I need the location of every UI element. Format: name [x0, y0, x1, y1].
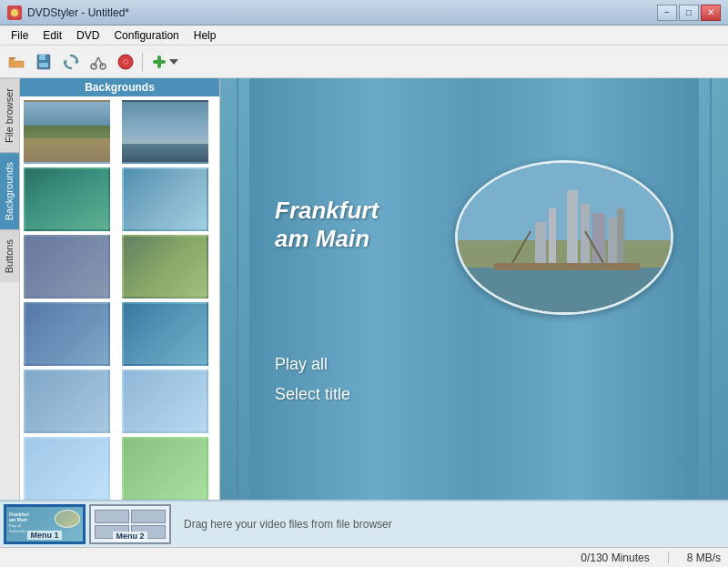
thumbnail-11[interactable] — [24, 437, 110, 500]
backgrounds-panel: Backgrounds — [20, 78, 220, 500]
thumbnail-7[interactable] — [24, 302, 110, 366]
strip-left-1 — [220, 78, 237, 500]
thumbnail-10[interactable] — [122, 370, 208, 433]
menu-configuration[interactable]: Configuration — [106, 27, 186, 44]
preview-title-line1: Frankfurt — [275, 197, 379, 225]
menu-1-label: Menu 1 — [27, 531, 61, 540]
refresh-button[interactable] — [58, 49, 84, 75]
svg-rect-23 — [592, 213, 605, 268]
close-button[interactable]: ✕ — [701, 5, 721, 21]
app-icon — [7, 5, 22, 20]
svg-rect-3 — [39, 55, 46, 60]
menu-thumb-1[interactable]: Frankfurtam Main Play allSelect title Me… — [4, 504, 86, 544]
menu-bar: File Edit DVD Configuration Help — [0, 25, 728, 46]
thumbnail-3[interactable] — [24, 167, 110, 231]
oval-inner — [458, 163, 671, 312]
strip-right-2 — [699, 78, 710, 500]
menu-edit[interactable]: Edit — [35, 27, 69, 44]
minimize-button[interactable]: − — [657, 5, 677, 21]
play-all-item[interactable]: Play all — [275, 349, 350, 379]
bottom-panel: Frankfurtam Main Play allSelect title Me… — [0, 500, 728, 547]
status-bar: 0/130 Minutes 8 MB/s — [0, 547, 728, 567]
svg-rect-25 — [549, 208, 556, 268]
svg-rect-24 — [608, 218, 617, 268]
maximize-button[interactable]: □ — [679, 5, 699, 21]
panel-header: Backgrounds — [20, 78, 219, 96]
drag-hint: Drag here your video files from file bro… — [184, 518, 392, 531]
menu-2-label: Menu 2 — [113, 532, 147, 541]
side-tabs: File browser Backgrounds Buttons — [0, 78, 20, 500]
toolbar-separator — [142, 53, 143, 71]
tab-file-browser[interactable]: File browser — [0, 78, 19, 152]
menu-2-cell-1 — [95, 510, 129, 523]
svg-rect-28 — [494, 263, 640, 270]
svg-rect-4 — [39, 63, 48, 67]
thumbnail-12[interactable] — [122, 437, 208, 500]
select-title-item[interactable]: Select title — [275, 380, 350, 409]
thumbnail-8[interactable] — [122, 302, 208, 366]
preview-title-line2: am Main — [275, 225, 379, 253]
preview-menu-items: Play all Select title — [275, 349, 350, 409]
thumbnail-9[interactable] — [24, 370, 110, 433]
thumbnail-2[interactable] — [122, 100, 208, 164]
preview-oval-photo — [455, 160, 673, 315]
svg-rect-26 — [535, 222, 546, 268]
svg-point-13 — [125, 61, 126, 63]
title-bar: DVDStyler - Untitled* − □ ✕ — [0, 0, 728, 25]
cut-button[interactable] — [86, 49, 111, 75]
preview-title: Frankfurt am Main — [275, 197, 379, 253]
svg-point-0 — [11, 9, 18, 16]
svg-rect-1 — [9, 57, 15, 59]
status-separator — [668, 552, 669, 564]
strip-right-1 — [712, 78, 728, 500]
size-status: 8 MB/s — [687, 552, 721, 564]
tab-buttons[interactable]: Buttons — [0, 229, 19, 282]
menu-help[interactable]: Help — [187, 27, 224, 44]
menu-file[interactable]: File — [4, 27, 35, 44]
menu-2-cell-2 — [131, 510, 166, 523]
svg-marker-16 — [169, 59, 178, 65]
open-button[interactable] — [4, 49, 29, 75]
thumbnail-1[interactable] — [24, 100, 110, 164]
menu-dvd[interactable]: DVD — [69, 27, 106, 44]
strip-left-2 — [238, 78, 249, 500]
svg-rect-27 — [617, 208, 624, 268]
svg-rect-20 — [458, 268, 673, 315]
panel-content[interactable] — [20, 96, 219, 500]
svg-rect-21 — [567, 190, 578, 268]
main-layout: File browser Backgrounds Buttons Backgro… — [0, 78, 728, 500]
window-controls: − □ ✕ — [657, 5, 721, 21]
thumbnail-4[interactable] — [122, 167, 208, 231]
svg-rect-15 — [153, 60, 166, 64]
menu-thumb-2[interactable]: Menu 2 — [89, 504, 171, 544]
thumbnail-5[interactable] — [24, 235, 110, 299]
thumbnails-grid — [20, 96, 219, 500]
save-button[interactable] — [31, 49, 56, 75]
thumbnail-6[interactable] — [122, 235, 208, 299]
progress-status: 0/130 Minutes — [581, 552, 649, 564]
add-button[interactable] — [147, 49, 183, 75]
window-title: DVDStyler - Untitled* — [27, 6, 129, 19]
burn-button[interactable] — [113, 49, 138, 75]
toolbar — [0, 46, 728, 78]
tab-backgrounds[interactable]: Backgrounds — [0, 152, 19, 229]
preview-area: Frankfurt am Main — [220, 78, 728, 500]
